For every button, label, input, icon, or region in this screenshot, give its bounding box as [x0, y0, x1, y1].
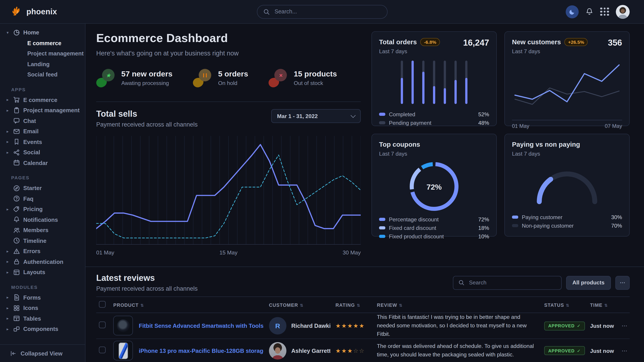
- sidebar-item-label: Social feed: [27, 71, 58, 78]
- stat-circle: [199, 69, 212, 81]
- column-label: CUSTOMER: [269, 302, 298, 308]
- select-row-checkbox[interactable]: [99, 322, 106, 328]
- card-subtitle: Last 7 days: [379, 151, 489, 157]
- sidebar-item-notifications[interactable]: Notifications: [0, 214, 85, 225]
- sidebar-item-events[interactable]: ▸Events: [0, 137, 85, 147]
- date-range-select[interactable]: Mar 1 - 31, 2022: [271, 109, 361, 123]
- sidebar-item-starter[interactable]: Starter: [0, 183, 85, 193]
- collapse-sidebar-button[interactable]: Collapsed View: [0, 344, 85, 362]
- sidebar-subitem-project-management[interactable]: Project management: [0, 48, 85, 59]
- sidebar-item-label: Notifications: [23, 216, 58, 223]
- review-time: Just now: [590, 323, 614, 329]
- sidebar-item-authentication[interactable]: ▸Authentication: [0, 257, 85, 267]
- paying-legend: Paying customer30%Non-paying customer70%: [512, 213, 622, 230]
- sidebar-item-calendar[interactable]: Calendar: [0, 158, 85, 168]
- global-search-input[interactable]: [274, 8, 381, 15]
- navbar-actions: [566, 5, 630, 18]
- sidebar-subitem-landing[interactable]: Landing: [0, 59, 85, 69]
- users-icon: [13, 227, 20, 234]
- select-all-checkbox[interactable]: [99, 301, 106, 308]
- product-cell: Fitbit Sense Advanced Smartwatch with To…: [113, 316, 264, 336]
- sidebar-item-label: Icons: [23, 305, 38, 312]
- legend-swatch: [512, 224, 518, 227]
- reviews-search[interactable]: [453, 276, 562, 290]
- theme-toggle-button[interactable]: [566, 5, 579, 18]
- row-actions-button[interactable]: ⋯: [622, 323, 628, 329]
- caret-right-icon: ▸: [5, 150, 10, 155]
- legend-label: Percentage discount: [389, 216, 438, 223]
- apps-menu-button[interactable]: [600, 7, 609, 16]
- caret-right-icon: ▸: [5, 270, 10, 275]
- sidebar-item-components[interactable]: ▸Components: [0, 324, 85, 334]
- legend-value: 52%: [478, 111, 489, 117]
- legend-swatch: [379, 218, 385, 221]
- product-thumbnail: [113, 316, 133, 336]
- moon-icon: [569, 8, 576, 15]
- sidebar-item-layouts[interactable]: ▸Layouts: [0, 267, 85, 278]
- caret-right-icon: ▸: [5, 260, 10, 264]
- sidebar-item-social[interactable]: ▸Social: [0, 147, 85, 158]
- customer-name: Richard Dawkins: [291, 323, 330, 329]
- customer-cell: Ashley Garrett: [269, 342, 330, 359]
- column-header-rating[interactable]: RATING⇅: [333, 297, 374, 313]
- sort-icon: ⇅: [140, 303, 144, 308]
- notifications-button[interactable]: [585, 7, 594, 16]
- tag-icon: [13, 206, 20, 213]
- stat-item: ★57 new ordersAwating processing: [96, 68, 172, 87]
- reviews-more-button[interactable]: ⋯: [615, 276, 630, 290]
- column-header-product[interactable]: PRODUCT⇅: [110, 297, 266, 313]
- new-customers-line-chart: [512, 60, 622, 119]
- reviews-search-input[interactable]: [468, 279, 556, 286]
- sidebar-item-home[interactable]: ▾Home: [0, 27, 85, 38]
- star-filled-icon: ★: [336, 348, 341, 354]
- stats-row: ★57 new ordersAwating processing5 orders…: [96, 68, 361, 87]
- column-header-status[interactable]: STATUS⇅: [542, 297, 588, 313]
- sidebar-item-e-commerce[interactable]: ▸E commerce: [0, 95, 85, 105]
- sidebar-item-chat[interactable]: Chat: [0, 116, 85, 126]
- product-link[interactable]: Fitbit Sense Advanced Smartwatch with To…: [139, 323, 264, 329]
- sidebar-item-tables[interactable]: ▸Tables: [0, 313, 85, 324]
- new-customers-card: New customers +26.5% Last 7 days 356 01 …: [504, 31, 630, 126]
- status-badge: APPROVED✓: [544, 321, 585, 330]
- divider: [96, 101, 361, 102]
- global-search[interactable]: [257, 5, 387, 18]
- column-label: REVIEW: [377, 302, 397, 308]
- sidebar-section-title: PAGES: [11, 175, 85, 180]
- product-link[interactable]: iPhone 13 pro max-Pacific Blue-128GB sto…: [139, 347, 264, 354]
- card-title: New customers: [512, 38, 561, 46]
- search-icon: [458, 280, 464, 286]
- card-subtitle: Last 7 days: [512, 151, 622, 157]
- share-icon: [13, 149, 20, 156]
- select-row-checkbox[interactable]: [99, 346, 106, 353]
- sidebar-item-members[interactable]: Members: [0, 225, 85, 235]
- column-header-customer[interactable]: CUSTOMER⇅: [266, 297, 333, 313]
- column-header-time[interactable]: TIME⇅: [588, 297, 619, 313]
- sidebar-item-label: Chat: [23, 118, 36, 124]
- sort-icon: ⇅: [357, 303, 360, 308]
- x-tick: 07 May: [605, 123, 622, 129]
- sidebar-item-errors[interactable]: ▸Errors: [0, 246, 85, 257]
- sidebar-item-forms[interactable]: ▸Forms: [0, 292, 85, 303]
- sidebar-item-label: Email: [23, 128, 38, 135]
- sidebar-item-timeline[interactable]: Timeline: [0, 235, 85, 246]
- user-avatar[interactable]: [616, 5, 630, 18]
- column-header-review[interactable]: REVIEW⇅: [374, 297, 542, 313]
- brand[interactable]: phoenix: [11, 6, 57, 17]
- stat-value: 57 new orders: [121, 69, 172, 78]
- sidebar-item-pricing[interactable]: ▸Pricing: [0, 204, 85, 214]
- product-cell: iPhone 13 pro max-Pacific Blue-128GB sto…: [113, 341, 264, 361]
- sidebar-item-email[interactable]: ▸Email: [0, 126, 85, 137]
- star-empty-icon: ☆: [359, 348, 365, 354]
- sidebar-subitem-e-commerce[interactable]: E commerce: [0, 38, 85, 48]
- sidebar-item-faq[interactable]: Faq: [0, 193, 85, 204]
- all-products-button[interactable]: All products: [566, 276, 611, 290]
- cart-icon: [13, 96, 20, 103]
- sidebar-item-project-management[interactable]: ▸Project management: [0, 105, 85, 116]
- card-subtitle: Last 7 days: [512, 48, 588, 54]
- pause-icon: [193, 68, 213, 87]
- sidebar-subitem-social-feed[interactable]: Social feed: [0, 69, 85, 80]
- sidebar-item-icons[interactable]: ▸Icons: [0, 303, 85, 313]
- column-label: RATING: [336, 302, 355, 308]
- row-actions-button[interactable]: ⋯: [622, 348, 628, 354]
- grid-icon: [600, 7, 609, 16]
